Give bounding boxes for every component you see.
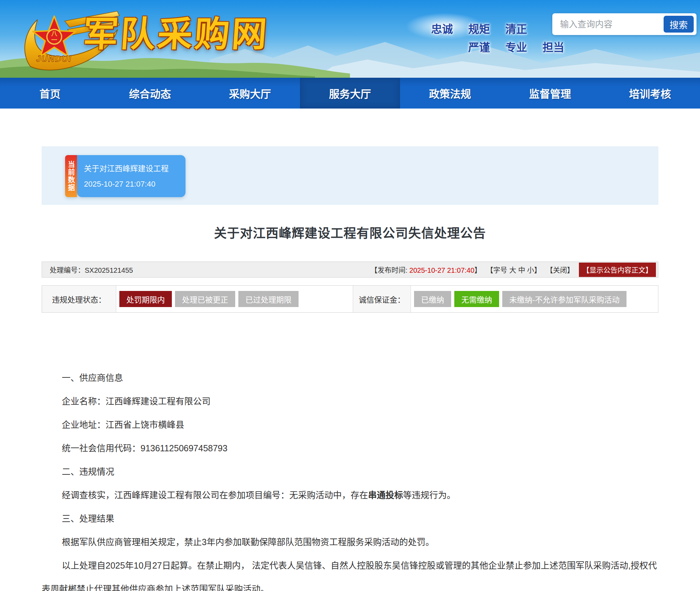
process-number: 处理编号：SX2025121455 bbox=[50, 265, 133, 275]
deposit-unpaid-banned[interactable]: 未缴纳-不允许参加军队采购活动 bbox=[502, 291, 626, 307]
current-data-widget: 当前数据 关于对江西峰辉建设工程 2025-10-27 21:07:40 bbox=[65, 155, 186, 197]
current-data-timestamp: 2025-10-27 21:07:40 bbox=[84, 180, 186, 189]
show-announcement-body-button[interactable]: 【显示公告内容正文】 bbox=[579, 263, 656, 277]
nav-item-home[interactable]: 首页 bbox=[0, 78, 100, 109]
deposit-options: 已缴纳 无需缴纳 未缴纳-不允许参加军队采购活动 bbox=[411, 286, 658, 312]
nav-item-supervision[interactable]: 监督管理 bbox=[500, 78, 600, 109]
announcement-title: 关于对江西峰辉建设工程有限公司失信处理公告 bbox=[42, 223, 658, 241]
status-bar: 违规处理状态： 处罚期限内 处理已被更正 已过处理期限 诚信保证金： 已缴纳 无… bbox=[42, 285, 658, 313]
penalty-scope-line: 以上处理自2025年10月27日起算。在禁止期内， 法定代表人吴信锋、自然人控股… bbox=[42, 554, 661, 591]
penalty-line: 根据军队供应商管理相关规定，禁止3年内参加联勤保障部队范围物资工程服务采购活动的… bbox=[42, 530, 661, 554]
publish-time-prefix: 【发布时间: bbox=[370, 266, 409, 274]
publish-time-value: 2025-10-27 21:07:40 bbox=[410, 266, 475, 274]
nav-item-service-hall[interactable]: 服务大厅 bbox=[300, 78, 400, 109]
current-data-title: 关于对江西峰辉建设工程 bbox=[84, 162, 186, 173]
violation-detail-prefix: 经调查核实，江西峰辉建设工程有限公司在参加项目编号：无采购活动中，存在 bbox=[62, 490, 368, 500]
company-address-line: 企业地址：江西省上饶市横峰县 bbox=[42, 413, 661, 437]
search-box: 搜索 bbox=[552, 13, 696, 35]
current-data-band: 当前数据 关于对江西峰辉建设工程 2025-10-27 21:07:40 bbox=[42, 146, 658, 205]
font-size-controls[interactable]: 【字号 大 中 小】 bbox=[486, 265, 541, 275]
nav-item-policies[interactable]: 政策法规 bbox=[400, 78, 500, 109]
current-data-tab: 当前数据 bbox=[65, 155, 77, 197]
publish-time-suffix: 】 bbox=[474, 266, 481, 274]
search-button[interactable]: 搜索 bbox=[664, 16, 694, 33]
credit-code-line: 统一社会信用代码：913611250697458793 bbox=[42, 437, 661, 460]
section-heading-violation: 二、违规情况 bbox=[42, 460, 661, 484]
process-number-value: SX2025121455 bbox=[85, 266, 133, 274]
emblem-char-ba: 八 bbox=[51, 30, 58, 37]
meta-actions: 【发布时间: 2025-10-27 21:07:40】 【字号 大 中 小】 【… bbox=[365, 263, 656, 277]
process-number-label: 处理编号： bbox=[50, 266, 85, 274]
section-heading-result: 三、处理结果 bbox=[42, 507, 661, 530]
violation-status-label: 违规处理状态： bbox=[42, 286, 116, 312]
nav-item-training[interactable]: 培训考核 bbox=[600, 78, 700, 109]
announcement-body: 一、供应商信息 企业名称：江西峰辉建设工程有限公司 企业地址：江西省上饶市横峰县… bbox=[42, 366, 661, 591]
status-corrected[interactable]: 处理已被更正 bbox=[175, 291, 235, 307]
violation-detail-suffix: 等违规行为。 bbox=[403, 490, 456, 500]
deposit-paid[interactable]: 已缴纳 bbox=[414, 291, 451, 307]
violation-keyword: 串通投标 bbox=[368, 490, 403, 500]
close-button[interactable]: 【关闭】 bbox=[546, 265, 574, 275]
status-period-expired[interactable]: 已过处理期限 bbox=[238, 291, 299, 307]
meta-bar: 处理编号：SX2025121455 【发布时间: 2025-10-27 21:0… bbox=[42, 262, 658, 278]
current-data-card[interactable]: 关于对江西峰辉建设工程 2025-10-27 21:07:40 bbox=[77, 155, 186, 197]
logo-jundui-text: JUNDUI bbox=[36, 54, 71, 63]
emblem-char-yi: 一 bbox=[51, 37, 57, 43]
nav-item-procurement-hall[interactable]: 采购大厅 bbox=[200, 78, 300, 109]
section-heading-supplier-info: 一、供应商信息 bbox=[42, 366, 661, 390]
status-within-penalty-period[interactable]: 处罚期限内 bbox=[119, 291, 172, 307]
deposit-not-required[interactable]: 无需缴纳 bbox=[454, 291, 499, 307]
nav-item-news[interactable]: 综合动态 bbox=[100, 78, 200, 109]
site-name: 军队采购网 bbox=[82, 15, 270, 53]
site-header: 八 一 JUNDUI 军队采购网 忠诚 规矩 清正 严谨 专业 担当 搜索 bbox=[0, 0, 700, 78]
violation-status-options: 处罚期限内 处理已被更正 已过处理期限 bbox=[116, 286, 353, 312]
company-name-line: 企业名称：江西峰辉建设工程有限公司 bbox=[42, 390, 661, 413]
main-nav: 首页 综合动态 采购大厅 服务大厅 政策法规 监督管理 培训考核 bbox=[0, 78, 700, 109]
content-container: 当前数据 关于对江西峰辉建设工程 2025-10-27 21:07:40 关于对… bbox=[42, 146, 658, 591]
violation-detail-line: 经调查核实，江西峰辉建设工程有限公司在参加项目编号：无采购活动中，存在串通投标等… bbox=[42, 484, 661, 507]
deposit-label: 诚信保证金： bbox=[353, 286, 411, 312]
publish-time: 【发布时间: 2025-10-27 21:07:40】 bbox=[370, 265, 481, 275]
